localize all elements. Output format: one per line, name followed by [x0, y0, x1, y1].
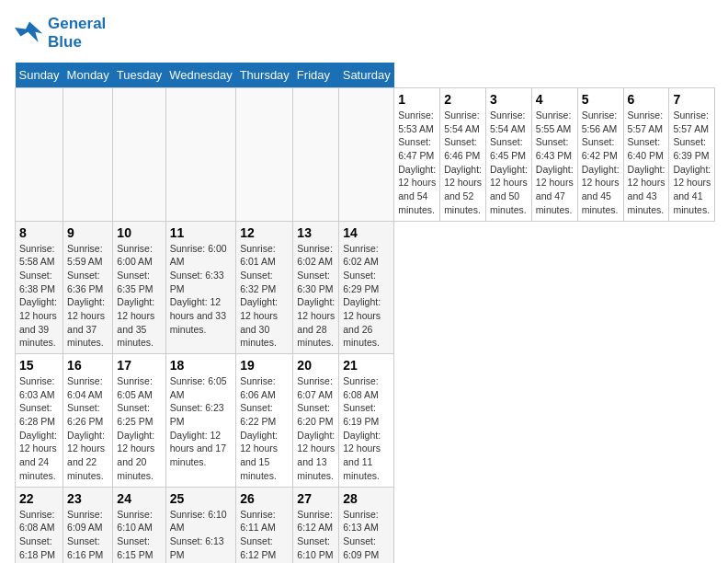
day-cell: 14Sunrise: 6:02 AMSunset: 6:29 PMDayligh… — [339, 221, 394, 354]
day-info: Sunrise: 6:12 AMSunset: 6:10 PMDaylight:… — [297, 508, 335, 564]
day-cell: 6Sunrise: 5:57 AMSunset: 6:40 PMDaylight… — [623, 88, 669, 222]
day-cell: 7Sunrise: 5:57 AMSunset: 6:39 PMDaylight… — [669, 88, 715, 222]
calendar-header: SundayMondayTuesdayWednesdayThursdayFrid… — [16, 63, 715, 88]
day-number: 24 — [117, 491, 161, 506]
day-info: Sunrise: 5:58 AMSunset: 6:38 PMDaylight:… — [19, 242, 59, 350]
day-info: Sunrise: 5:57 AMSunset: 6:39 PMDaylight:… — [673, 109, 711, 217]
day-info: Sunrise: 6:09 AMSunset: 6:16 PMDaylight:… — [67, 508, 108, 564]
day-cell: 9Sunrise: 5:59 AMSunset: 6:36 PMDaylight… — [63, 221, 113, 354]
day-cell: 12Sunrise: 6:01 AMSunset: 6:32 PMDayligh… — [236, 221, 293, 354]
day-cell — [339, 88, 394, 222]
day-cell: 5Sunrise: 5:56 AMSunset: 6:42 PMDaylight… — [577, 88, 623, 222]
day-number: 2 — [444, 92, 482, 107]
day-info: Sunrise: 6:10 AMSunset: 6:15 PMDaylight:… — [117, 508, 161, 564]
day-number: 19 — [240, 358, 289, 373]
day-number: 4 — [536, 92, 574, 107]
day-cell: 1Sunrise: 5:53 AMSunset: 6:47 PMDaylight… — [394, 88, 440, 222]
day-number: 16 — [67, 358, 108, 373]
day-cell: 21Sunrise: 6:08 AMSunset: 6:19 PMDayligh… — [339, 354, 394, 488]
day-cell: 3Sunrise: 5:54 AMSunset: 6:45 PMDaylight… — [485, 88, 531, 222]
day-info: Sunrise: 5:55 AMSunset: 6:43 PMDaylight:… — [536, 109, 574, 217]
day-number: 9 — [67, 225, 108, 240]
day-info: Sunrise: 6:01 AMSunset: 6:32 PMDaylight:… — [240, 242, 289, 350]
day-cell — [165, 88, 235, 222]
day-number: 17 — [117, 358, 161, 373]
day-cell: 20Sunrise: 6:07 AMSunset: 6:20 PMDayligh… — [293, 354, 339, 488]
day-info: Sunrise: 6:00 AMSunset: 6:33 PMDaylight:… — [170, 242, 232, 337]
page-header: General Blue — [15, 15, 713, 52]
week-row-1: 1Sunrise: 5:53 AMSunset: 6:47 PMDaylight… — [16, 88, 715, 222]
day-number: 8 — [19, 225, 59, 240]
day-info: Sunrise: 6:11 AMSunset: 6:12 PMDaylight:… — [240, 508, 289, 564]
week-row-4: 22Sunrise: 6:08 AMSunset: 6:18 PMDayligh… — [16, 487, 715, 563]
day-cell: 24Sunrise: 6:10 AMSunset: 6:15 PMDayligh… — [113, 487, 165, 563]
day-cell: 22Sunrise: 6:08 AMSunset: 6:18 PMDayligh… — [16, 487, 63, 563]
week-row-3: 15Sunrise: 6:03 AMSunset: 6:28 PMDayligh… — [16, 354, 715, 488]
day-number: 14 — [343, 225, 390, 240]
header-cell-friday: Friday — [293, 63, 339, 88]
day-number: 23 — [67, 491, 108, 506]
day-cell — [16, 88, 63, 222]
day-number: 27 — [297, 491, 335, 506]
day-info: Sunrise: 6:08 AMSunset: 6:18 PMDaylight:… — [19, 508, 59, 564]
day-info: Sunrise: 5:54 AMSunset: 6:45 PMDaylight:… — [490, 109, 528, 217]
calendar-body: 1Sunrise: 5:53 AMSunset: 6:47 PMDaylight… — [16, 88, 715, 564]
day-cell: 17Sunrise: 6:05 AMSunset: 6:25 PMDayligh… — [113, 354, 165, 488]
day-info: Sunrise: 5:59 AMSunset: 6:36 PMDaylight:… — [67, 242, 108, 350]
day-info: Sunrise: 6:02 AMSunset: 6:29 PMDaylight:… — [343, 242, 390, 350]
day-info: Sunrise: 6:02 AMSunset: 6:30 PMDaylight:… — [297, 242, 335, 350]
day-number: 6 — [628, 92, 665, 107]
header-cell-thursday: Thursday — [236, 63, 293, 88]
day-cell: 23Sunrise: 6:09 AMSunset: 6:16 PMDayligh… — [63, 487, 113, 563]
logo-text: General Blue — [48, 15, 106, 52]
day-number: 3 — [490, 92, 528, 107]
header-cell-sunday: Sunday — [16, 63, 63, 88]
day-cell: 15Sunrise: 6:03 AMSunset: 6:28 PMDayligh… — [16, 354, 63, 488]
day-number: 15 — [19, 358, 59, 373]
day-number: 26 — [240, 491, 289, 506]
day-info: Sunrise: 6:03 AMSunset: 6:28 PMDaylight:… — [19, 374, 59, 483]
day-info: Sunrise: 6:06 AMSunset: 6:22 PMDaylight:… — [240, 374, 289, 483]
day-number: 10 — [117, 225, 161, 240]
day-number: 1 — [398, 92, 436, 107]
day-info: Sunrise: 6:13 AMSunset: 6:09 PMDaylight:… — [343, 508, 390, 564]
day-cell: 19Sunrise: 6:06 AMSunset: 6:22 PMDayligh… — [236, 354, 293, 488]
day-info: Sunrise: 6:05 AMSunset: 6:23 PMDaylight:… — [170, 374, 232, 469]
day-number: 28 — [343, 491, 390, 506]
day-number: 22 — [19, 491, 59, 506]
day-cell — [236, 88, 293, 222]
header-cell-saturday: Saturday — [339, 63, 394, 88]
day-number: 25 — [170, 491, 232, 506]
day-cell: 4Sunrise: 5:55 AMSunset: 6:43 PMDaylight… — [531, 88, 577, 222]
day-info: Sunrise: 5:53 AMSunset: 6:47 PMDaylight:… — [398, 109, 436, 217]
day-cell — [293, 88, 339, 222]
day-info: Sunrise: 6:10 AMSunset: 6:13 PMDaylight:… — [170, 508, 232, 564]
header-cell-tuesday: Tuesday — [113, 63, 165, 88]
day-info: Sunrise: 5:54 AMSunset: 6:46 PMDaylight:… — [444, 109, 482, 217]
calendar-table: SundayMondayTuesdayWednesdayThursdayFrid… — [15, 63, 715, 563]
day-number: 18 — [170, 358, 232, 373]
day-cell: 16Sunrise: 6:04 AMSunset: 6:26 PMDayligh… — [63, 354, 113, 488]
day-cell: 27Sunrise: 6:12 AMSunset: 6:10 PMDayligh… — [293, 487, 339, 563]
week-row-2: 8Sunrise: 5:58 AMSunset: 6:38 PMDaylight… — [16, 221, 715, 354]
day-info: Sunrise: 5:56 AMSunset: 6:42 PMDaylight:… — [582, 109, 620, 217]
day-number: 13 — [297, 225, 335, 240]
day-info: Sunrise: 6:00 AMSunset: 6:35 PMDaylight:… — [117, 242, 161, 350]
day-cell: 18Sunrise: 6:05 AMSunset: 6:23 PMDayligh… — [165, 354, 235, 488]
day-cell: 11Sunrise: 6:00 AMSunset: 6:33 PMDayligh… — [165, 221, 235, 354]
logo: General Blue — [15, 15, 106, 52]
day-number: 11 — [170, 225, 232, 240]
day-cell — [63, 88, 113, 222]
day-number: 5 — [582, 92, 620, 107]
day-info: Sunrise: 6:08 AMSunset: 6:19 PMDaylight:… — [343, 374, 390, 483]
day-number: 12 — [240, 225, 289, 240]
day-number: 20 — [297, 358, 335, 373]
day-cell: 28Sunrise: 6:13 AMSunset: 6:09 PMDayligh… — [339, 487, 394, 563]
day-cell: 25Sunrise: 6:10 AMSunset: 6:13 PMDayligh… — [165, 487, 235, 563]
svg-marker-0 — [15, 22, 42, 42]
header-row: SundayMondayTuesdayWednesdayThursdayFrid… — [16, 63, 715, 88]
header-cell-monday: Monday — [63, 63, 113, 88]
day-cell: 26Sunrise: 6:11 AMSunset: 6:12 PMDayligh… — [236, 487, 293, 563]
day-info: Sunrise: 6:05 AMSunset: 6:25 PMDaylight:… — [117, 374, 161, 483]
day-cell — [113, 88, 165, 222]
